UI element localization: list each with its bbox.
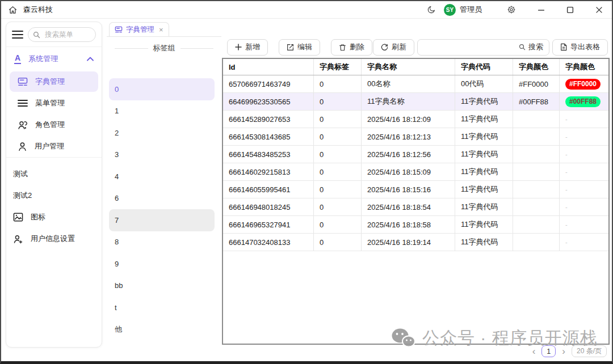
empty-value-dash: - xyxy=(565,239,568,246)
refresh-icon xyxy=(381,44,388,51)
table-row[interactable]: 66614696532794102025/4/16 18:18:5811字典代码… xyxy=(223,216,608,234)
sidebar-item-test[interactable]: 测试 xyxy=(6,163,102,185)
table-row[interactable]: 657066971463749000名称00代码#FF0000#FF0000 xyxy=(223,75,608,93)
table-cell-name: 2025/4/16 18:12:56 xyxy=(362,146,455,163)
titlebar: 森云科技 SY 管理员 xyxy=(1,1,612,19)
table-cell-code: 00代码 xyxy=(455,75,513,92)
table-row[interactable]: 66614602921581302025/4/16 18:15:0911字典代码… xyxy=(223,163,608,181)
tag-item[interactable]: 2 xyxy=(109,122,215,144)
table-cell-name: 00名称 xyxy=(362,75,455,92)
table-cell-color-badge: - xyxy=(560,216,608,233)
table-cell-code: 11字典代码 xyxy=(455,216,513,233)
minimize-icon[interactable] xyxy=(535,5,547,15)
tag-item[interactable]: 1 xyxy=(109,100,215,122)
user-plus-icon xyxy=(13,234,23,244)
table-row[interactable]: 66614530814368502025/4/16 18:12:1311字典代码… xyxy=(223,128,608,146)
table-cell-color xyxy=(513,146,560,163)
sidebar-item-label: 字典管理 xyxy=(35,77,65,87)
tag-item[interactable]: 6 xyxy=(109,188,215,210)
dark-mode-icon[interactable] xyxy=(427,5,436,14)
table-row[interactable]: 66614548348525302025/4/16 18:12:5611字典代码… xyxy=(223,146,608,163)
table-row[interactable]: 66614694801824502025/4/16 18:18:5411字典代码… xyxy=(223,198,608,216)
table-cell-color: #FF0000 xyxy=(513,75,560,92)
edit-button[interactable]: 编辑 xyxy=(279,39,320,56)
table-cell-id: 666145289027653 xyxy=(223,111,314,128)
table-cell-color xyxy=(513,128,560,145)
export-button[interactable]: 导出表格 xyxy=(552,39,608,56)
maximize-icon[interactable] xyxy=(564,5,576,15)
table-search-input[interactable] xyxy=(418,43,513,52)
table-cell-id: 666147032408133 xyxy=(223,234,314,251)
delete-button-label: 删除 xyxy=(350,42,364,52)
sidebar-group-label: 系统管理 xyxy=(28,54,58,64)
settings-gear-icon[interactable] xyxy=(505,4,518,15)
table-cell-color-badge: #FF0000 xyxy=(560,75,608,92)
sidebar-item-role-management[interactable]: 角色管理 xyxy=(6,114,102,136)
document-icon xyxy=(560,43,567,51)
tag-item[interactable]: 3 xyxy=(109,144,215,166)
tag-item[interactable]: 4 xyxy=(109,166,215,188)
dictionary-icon xyxy=(115,26,123,33)
sidebar-item-label: 用户信息设置 xyxy=(31,234,75,244)
table-header-cell: 字典颜色 xyxy=(560,59,608,75)
table-row[interactable]: 66614703240813302025/4/16 18:19:1411字典代码… xyxy=(223,234,608,251)
menu-search[interactable] xyxy=(28,27,96,42)
tag-item[interactable]: 8 xyxy=(109,231,215,253)
table-row[interactable]: 664699623530565011字典名称11字典代码#00FF88#00FF… xyxy=(223,93,608,111)
table-cell-label: 0 xyxy=(314,181,362,198)
table-cell-id: 666145308143685 xyxy=(223,128,314,145)
menu-list-icon xyxy=(18,99,28,107)
delete-button[interactable]: 删除 xyxy=(331,39,372,56)
table-cell-color-badge: - xyxy=(560,111,608,128)
tab-close-icon[interactable]: × xyxy=(159,26,163,34)
sidebar-item-icons[interactable]: 图标 xyxy=(6,206,102,228)
avatar[interactable]: SY xyxy=(444,4,456,16)
hamburger-menu-icon[interactable] xyxy=(12,30,23,39)
table-cell-name: 11字典名称 xyxy=(362,93,455,110)
table-cell-color-badge: #00FF88 xyxy=(560,93,608,110)
tag-item[interactable]: 9 xyxy=(109,253,215,275)
sidebar-item-dict-management[interactable]: 字典管理 xyxy=(10,71,98,92)
empty-value-dash: - xyxy=(565,204,568,210)
empty-value-dash: - xyxy=(565,133,568,140)
sidebar-item-user-info-settings[interactable]: 用户信息设置 xyxy=(6,228,102,249)
sidebar-item-menu-management[interactable]: 菜单管理 xyxy=(6,92,102,114)
tag-item[interactable]: bb xyxy=(109,275,215,297)
tab-dict-management[interactable]: 字典管理 × xyxy=(109,22,169,36)
tag-item[interactable]: 0 xyxy=(109,78,215,100)
tag-panel: 字典管理 × 标签组 012346789bbt他 xyxy=(107,22,221,358)
sidebar-item-user-management[interactable]: 用户管理 xyxy=(6,136,102,157)
sidebar-item-test2[interactable]: 测试2 xyxy=(6,185,102,206)
search-button[interactable]: 搜索 xyxy=(513,40,549,55)
table-cell-id: 664699623530565 xyxy=(223,93,314,110)
home-icon[interactable] xyxy=(8,5,18,15)
tag-item[interactable]: 7 xyxy=(109,209,215,231)
menu-search-input[interactable] xyxy=(44,30,93,39)
plus-icon xyxy=(235,44,242,50)
refresh-button[interactable]: 刷新 xyxy=(373,39,414,56)
add-button[interactable]: 新增 xyxy=(227,39,268,56)
table-cell-code: 11字典代码 xyxy=(455,181,513,198)
table-cell-name: 2025/4/16 18:15:09 xyxy=(362,163,455,180)
watermark: 公众号 · 程序员开源栈 xyxy=(391,327,598,350)
table-cell-code: 11字典代码 xyxy=(455,93,513,110)
table-cell-color-badge: - xyxy=(560,198,608,215)
table-cell-id: 657066971463749 xyxy=(223,75,314,92)
trash-icon xyxy=(339,44,346,51)
sidebar-group-system-management[interactable]: A 系统管理 xyxy=(6,47,102,71)
sidebar-item-label: 图标 xyxy=(31,212,45,222)
table-row[interactable]: 66614605599546102025/4/16 18:15:1611字典代码… xyxy=(223,181,608,198)
watermark-text: 公众号 · 程序员开源栈 xyxy=(422,327,598,350)
tag-item[interactable]: 他 xyxy=(109,319,215,341)
table-cell-color-badge: - xyxy=(560,128,608,145)
table-cell-label: 0 xyxy=(314,216,362,233)
table-cell-color xyxy=(513,181,560,198)
table-row[interactable]: 66614528902765302025/4/16 18:12:0911字典代码… xyxy=(223,111,608,128)
close-icon[interactable] xyxy=(593,5,605,15)
app-title: 森云科技 xyxy=(23,5,53,15)
empty-value-dash: - xyxy=(565,168,568,175)
table-cell-name: 2025/4/16 18:12:13 xyxy=(362,128,455,145)
tag-item[interactable]: t xyxy=(109,297,215,319)
empty-value-dash: - xyxy=(565,116,568,122)
table-header-cell: 字典名称 xyxy=(362,59,455,75)
